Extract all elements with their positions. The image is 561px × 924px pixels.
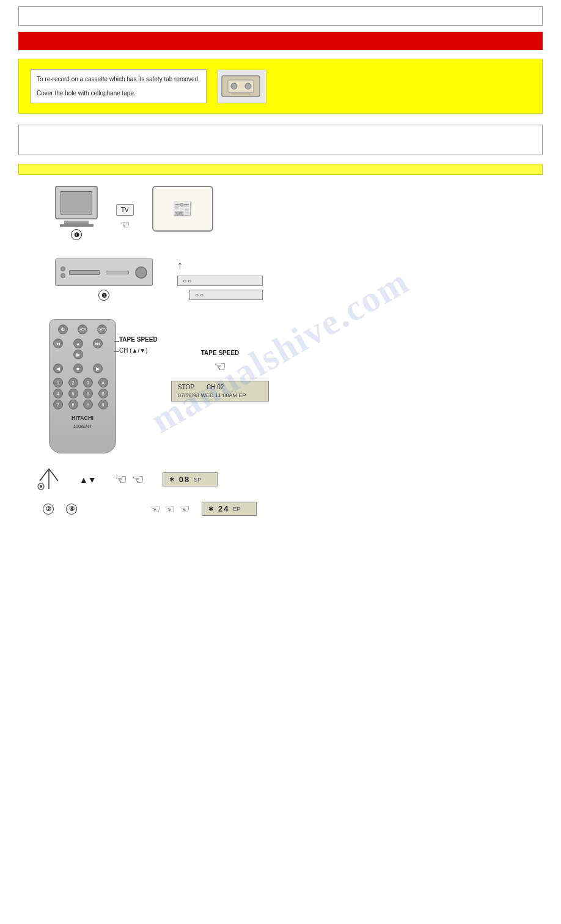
connector-2 — [114, 351, 119, 352]
remote-btn-3[interactable]: 3 — [83, 378, 93, 387]
display-ch-text: CH 02 — [207, 384, 224, 391]
up-down-arrows: ▲▼ — [79, 475, 97, 485]
lcd1-prefix: ✱ — [169, 476, 174, 483]
remote-btn-a[interactable]: A — [98, 378, 108, 387]
lcd1-unit: SP — [194, 477, 201, 483]
hand-icon-6: ☜ — [180, 502, 189, 516]
tv-row: ❶ TV ☜ 📰 — [18, 186, 543, 240]
tv-button: TV — [116, 204, 134, 216]
step1-circle: ❶ — [71, 229, 82, 240]
yellow-bar — [18, 164, 543, 175]
tv-icon: ❶ — [55, 186, 98, 240]
hand-icon-3: ☜ — [132, 472, 144, 488]
tape-speed-remote-label: TAPE SPEED — [119, 336, 158, 343]
step2-circle: ❷ — [98, 290, 109, 301]
remote-btn-5[interactable]: 5 — [68, 389, 78, 398]
arrows-row: ▲▼ ☜ ☜ ✱ 08 SP — [37, 466, 543, 493]
hands-group-2: ☜ ☜ ☜ — [150, 502, 189, 516]
display-top-row: STOP CH 02 — [178, 384, 262, 391]
tape-speed-button-label: TAPE SPEED — [201, 350, 240, 356]
second-bottom-row: ② ④ ☜ ☜ ☜ ✱ 24 EP — [37, 502, 543, 516]
remote-brand-label: HITACHI — [53, 415, 112, 421]
svg-rect-4 — [231, 93, 251, 95]
bottom-section: ▲▼ ☜ ☜ ✱ 08 SP ② ④ — [18, 466, 543, 516]
news-figure: 📰 — [172, 199, 193, 219]
vcr-body — [55, 258, 153, 286]
remote-btn-8[interactable]: 8 — [68, 400, 78, 409]
cassette-illustration — [218, 70, 266, 103]
tv-body — [55, 186, 98, 219]
tape-speed-button-area: TAPE SPEED ☜ — [171, 350, 269, 375]
remote-left-btn[interactable]: ◀ — [53, 364, 63, 373]
remote-btn-6[interactable]: 6 — [83, 389, 93, 398]
hand-icon-5: ☜ — [165, 502, 175, 516]
lcd-box-1: ✱ 08 SP — [163, 472, 218, 486]
second-text-box — [18, 125, 543, 155]
lcd-box-2: ✱ 24 EP — [202, 502, 257, 516]
remote-vcr-btn[interactable]: VCR — [78, 324, 87, 334]
hand-icon-tape-speed: ☜ — [214, 359, 226, 375]
top-text-box — [18, 6, 543, 26]
lcd2-unit: EP — [233, 506, 240, 512]
vcr-row: ❷ ↑ ○○ ○○ — [18, 258, 543, 301]
warning-text-2: Cover the hole with cellophane tape. — [37, 89, 200, 98]
ch-remote-label: CH (▲/▼) — [119, 347, 147, 354]
hand-icon-2: ☜ — [115, 472, 127, 488]
remote-up-btn[interactable]: ▲ — [73, 339, 83, 348]
remote-body: ⏻ VCR CATV ⏮ ▲ ⏭ ▶ ◀ — [49, 319, 116, 453]
red-banner — [18, 32, 543, 50]
remote-right-btn[interactable]: ▶ — [93, 364, 103, 373]
remote-ff-btn[interactable]: ⏭ — [93, 339, 103, 348]
news-box: 📰 — [152, 186, 213, 232]
hand-icon-1: ☜ — [120, 218, 130, 232]
warning-inner-box: To re-record on a cassette which has its… — [30, 69, 207, 103]
diagram-area: manualshive.com ❶ TV ☜ 📰 — [18, 186, 543, 516]
remote-btn-9[interactable]: 9 — [83, 400, 93, 409]
svg-line-5 — [40, 469, 49, 481]
tv-screen — [61, 191, 92, 215]
remote-100ent-label: 100/ENT — [53, 424, 112, 429]
antenna-icon-area — [37, 466, 61, 493]
svg-line-6 — [49, 469, 58, 481]
vcr-display-bottom: ○○ — [189, 290, 263, 300]
hand-icon-4: ☜ — [150, 502, 160, 516]
remote-btn-c[interactable]: 0 — [98, 400, 108, 409]
svg-point-2 — [231, 83, 237, 89]
remote-num-grid: 1 2 3 A 4 5 6 B 7 8 9 0 — [53, 378, 112, 409]
svg-point-3 — [245, 83, 251, 89]
lcd2-value: 24 — [218, 504, 229, 513]
connector-1 — [114, 341, 119, 342]
tv-base — [60, 224, 94, 227]
antenna-icon — [37, 466, 61, 493]
remote-rew-btn[interactable]: ⏮ — [53, 339, 63, 348]
vcr-dots-bottom: ○○ — [195, 292, 205, 298]
circle-num-4: ④ — [66, 504, 77, 515]
remote-stop-btn[interactable]: ■ — [73, 364, 83, 373]
display-bottom-row: 07/08/98 WED 11:08AM EP — [178, 392, 262, 398]
remote-btn-1[interactable]: 1 — [53, 378, 63, 387]
up-arrow-icon: ↑ — [177, 259, 263, 272]
circle-num-2: ② — [43, 504, 54, 515]
remote-row: ⏻ VCR CATV ⏮ ▲ ⏭ ▶ ◀ — [18, 319, 543, 453]
remote-power-btn[interactable]: ⏻ — [58, 324, 68, 334]
svg-point-9 — [40, 485, 42, 488]
remote-catv-btn[interactable]: CATV — [97, 324, 107, 334]
tv-button-label: TV — [121, 207, 129, 213]
remote-btn-4[interactable]: 4 — [53, 389, 63, 398]
remote-btn-b[interactable]: B — [98, 389, 108, 398]
remote-btn-2[interactable]: 2 — [68, 378, 78, 387]
vcr-dots-top: ○○ — [183, 277, 193, 284]
lcd1-value: 08 — [179, 475, 190, 484]
display-panel: STOP CH 02 07/08/98 WED 11:08AM EP — [171, 381, 269, 402]
remote-top-row: ⏻ VCR CATV — [53, 324, 112, 334]
remote-play-btn[interactable]: ▶ — [73, 350, 83, 359]
vcr-display-top: ○○ — [177, 276, 263, 286]
yellow-warning-box: To re-record on a cassette which has its… — [18, 59, 543, 114]
remote-btn-7[interactable]: 7 — [53, 400, 63, 409]
lcd2-prefix: ✱ — [208, 505, 213, 512]
hands-group-1: ☜ ☜ — [115, 472, 144, 488]
display-stop-text: STOP — [178, 384, 194, 391]
warning-text-1: To re-record on a cassette which has its… — [37, 75, 200, 84]
